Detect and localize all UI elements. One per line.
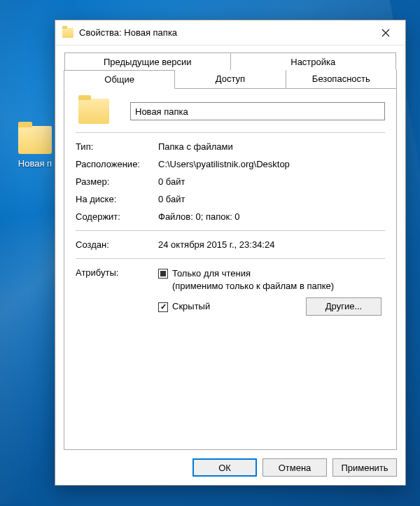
readonly-label-sub: (применимо только к файлам в папке) <box>172 280 334 293</box>
divider <box>76 230 385 231</box>
desktop-icon-label: Новая п <box>14 158 56 169</box>
ondisk-value: 0 байт <box>158 194 385 204</box>
size-label: Размер: <box>76 176 158 187</box>
divider <box>76 258 385 259</box>
contains-label: Содержит: <box>76 211 158 222</box>
location-label: Расположение: <box>76 159 158 169</box>
close-icon <box>382 29 390 37</box>
tab-customize[interactable]: Настройка <box>231 52 397 71</box>
readonly-label: Только для чтения (применимо только к фа… <box>172 267 334 292</box>
readonly-label-main: Только для чтения <box>172 268 251 279</box>
tab-previous-versions[interactable]: Предыдущие версии <box>64 52 231 71</box>
contains-value: Файлов: 0; папок: 0 <box>158 211 385 222</box>
tab-security[interactable]: Безопасность <box>286 70 397 89</box>
advanced-button[interactable]: Другие... <box>306 297 382 316</box>
type-label: Тип: <box>76 141 158 152</box>
apply-button[interactable]: Применить <box>332 458 397 477</box>
folder-icon <box>78 99 109 124</box>
folder-name-input[interactable] <box>130 102 385 120</box>
window-title: Свойства: Новая папка <box>79 27 372 38</box>
readonly-checkbox[interactable] <box>158 269 168 279</box>
created-value: 24 октября 2015 г., 23:34:24 <box>158 239 385 250</box>
folder-icon <box>18 126 52 154</box>
location-value: C:\Users\pyatilistnik.org\Desktop <box>158 159 385 169</box>
tab-general[interactable]: Общие <box>64 70 175 89</box>
type-value: Папка с файлами <box>158 141 385 152</box>
properties-dialog: Свойства: Новая папка Предыдущие версии … <box>55 20 406 486</box>
cancel-button[interactable]: Отмена <box>262 458 327 477</box>
hidden-label: Скрытый <box>172 300 210 313</box>
general-panel: Тип: Папка с файлами Расположение: C:\Us… <box>64 89 397 450</box>
divider <box>76 132 385 133</box>
ok-button[interactable]: ОК <box>192 458 257 477</box>
ondisk-label: На диске: <box>76 194 158 204</box>
folder-icon <box>62 28 74 38</box>
titlebar[interactable]: Свойства: Новая папка <box>55 20 405 45</box>
attributes-label: Атрибуты: <box>76 267 158 316</box>
tab-strip: Предыдущие версии Настройка Общие Доступ… <box>55 45 405 89</box>
dialog-footer: ОК Отмена Применить <box>55 450 405 485</box>
close-button[interactable] <box>372 22 400 43</box>
size-value: 0 байт <box>158 176 385 187</box>
hidden-checkbox[interactable] <box>158 302 168 312</box>
created-label: Создан: <box>76 239 158 250</box>
tab-sharing[interactable]: Доступ <box>175 70 286 89</box>
desktop-folder-shortcut[interactable]: Новая п <box>14 126 56 169</box>
